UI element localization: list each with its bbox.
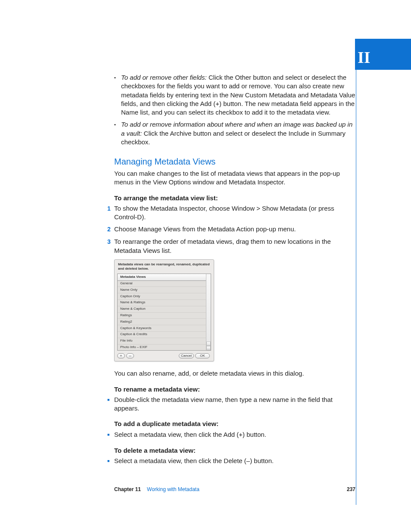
footer-chapter: Chapter 11 [114, 486, 141, 493]
remove-button[interactable]: – [126, 353, 134, 358]
square-bullet-text: Select a metadata view, then click the D… [114, 457, 355, 466]
dialog-list: Metadata Views General Name Only Caption… [117, 274, 211, 351]
step-text: To rearrange the order of metadata views… [114, 237, 355, 255]
dialog-footer: + – Cancel OK [115, 351, 214, 361]
square-bullet-icon: ■ [107, 395, 114, 413]
list-item[interactable]: Caption Only [118, 293, 211, 300]
footer-page: 237 [347, 486, 355, 493]
list-item[interactable]: General [118, 281, 211, 287]
bullet-rest: Click the Archive button and select or d… [121, 130, 346, 146]
list-item[interactable]: Photo Info – EXIF [118, 345, 211, 351]
square-bullet-text: Double-click the metadata view name, the… [114, 395, 355, 413]
ok-button[interactable]: OK [195, 353, 210, 358]
divider-vertical [356, 70, 356, 505]
square-bullet-icon: ■ [107, 430, 114, 439]
square-bullet-icon: ■ [107, 457, 114, 466]
page-footer: Chapter 11 Working with Metadata 237 [114, 486, 355, 493]
step-item: 3 To rearrange the order of metadata vie… [107, 237, 355, 255]
bullet-lead: To add or remove other fields: [121, 74, 207, 81]
step-number: 2 [107, 225, 114, 234]
rename-heading: To rename a metadata view: [114, 385, 355, 394]
metadata-views-dialog: Metadata views can be rearranged, rename… [114, 259, 214, 362]
dialog-list-header: Metadata Views [118, 274, 211, 281]
bullet-text: To add or remove information about where… [121, 120, 355, 146]
arrange-heading: To arrange the metadata view list: [114, 194, 355, 202]
bullet-icon: • [114, 120, 121, 146]
bullet-item: • To add or remove other fields: Click t… [114, 73, 355, 117]
add-button[interactable]: + [117, 353, 125, 358]
section-heading: Managing Metadata Views [114, 156, 355, 168]
list-item[interactable]: Caption & Credits [118, 332, 211, 338]
duplicate-heading: To add a duplicate metadata view: [114, 420, 355, 428]
step-item: 2 Choose Manage Views from the Metadata … [107, 225, 355, 234]
bullet-text: To add or remove other fields: Click the… [121, 73, 355, 117]
after-dialog-text: You can also rename, add, or delete meta… [114, 369, 355, 378]
square-bullet-item: ■ Select a metadata view, then click the… [107, 430, 355, 439]
part-number: II [358, 48, 371, 66]
scrollbar[interactable] [206, 274, 211, 351]
cancel-button[interactable]: Cancel [179, 353, 194, 358]
bullet-icon: • [114, 73, 121, 117]
delete-heading: To delete a metadata view: [114, 446, 355, 455]
list-item[interactable]: Caption & Keywords [118, 325, 211, 332]
step-text: Choose Manage Views from the Metadata Ac… [114, 225, 355, 234]
step-text: To show the Metadata Inspector, choose W… [114, 204, 355, 222]
part-tab: II [355, 39, 411, 70]
list-item[interactable]: Name & Ratings [118, 300, 211, 306]
step-item: 1 To show the Metadata Inspector, choose… [107, 204, 355, 222]
step-number: 3 [107, 237, 114, 255]
list-item[interactable]: Name & Caption [118, 306, 211, 313]
square-bullet-item: ■ Double-click the metadata view name, t… [107, 395, 355, 413]
list-item[interactable]: Rating2 [118, 319, 211, 325]
list-item[interactable]: File Info [118, 338, 211, 345]
section-intro: You can make changes to the list of meta… [114, 169, 355, 187]
square-bullet-item: ■ Select a metadata view, then click the… [107, 457, 355, 466]
footer-title: Working with Metadata [147, 486, 199, 493]
dialog-instruction: Metadata views can be rearranged, rename… [115, 260, 214, 274]
list-item[interactable]: Name Only [118, 287, 211, 293]
page-content: • To add or remove other fields: Click t… [114, 73, 355, 469]
step-number: 1 [107, 204, 114, 222]
bullet-item: • To add or remove information about whe… [114, 120, 355, 146]
square-bullet-text: Select a metadata view, then click the A… [114, 430, 355, 439]
list-item[interactable]: Ratings [118, 313, 211, 319]
